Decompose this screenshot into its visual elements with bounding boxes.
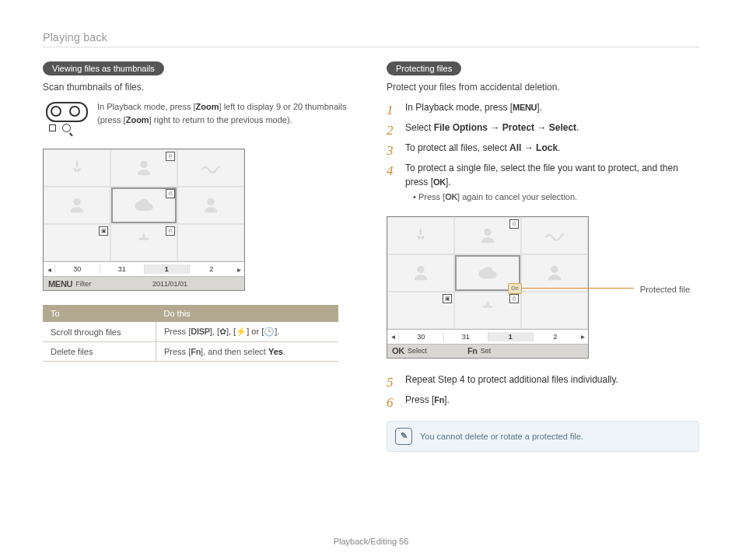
placeholder-cloud-icon <box>477 262 499 284</box>
steps-list-continued: Repeat Step 4 to protect additional file… <box>387 373 699 413</box>
table-header-dothis: Do this <box>156 305 339 322</box>
thumbnail-panel: ⎙ ⎙ ▣ ⎙ ◂ 30 <box>43 149 245 291</box>
page-footer: Playback/Editing 56 <box>0 537 742 546</box>
placeholder-person-icon <box>544 262 565 284</box>
date-cell: 31 <box>100 264 145 274</box>
step-3: To protect all files, select All → Lock. <box>387 141 699 161</box>
print-badge-icon: ⎙ <box>509 219 519 229</box>
date-cell: 2 <box>533 332 578 341</box>
divider <box>43 47 699 47</box>
thumbnail-cell <box>521 292 588 329</box>
set-label: Set <box>481 347 492 355</box>
step-4-sub: Press [OK] again to cancel your selectio… <box>405 189 699 204</box>
menu-key-label: MENU <box>48 279 72 289</box>
zoom-mode-icon <box>62 124 71 132</box>
placeholder-person-icon <box>477 225 499 247</box>
table-row: Scroll through files Press [DISP], [✿], … <box>43 322 338 342</box>
date-cell: 2 <box>189 264 234 274</box>
date-cell: 31 <box>443 332 488 341</box>
note-box: ✎ You cannot delete or rotate a protecte… <box>387 421 699 452</box>
timer-icon: 🕒 <box>264 327 275 336</box>
lock-badge-icon: On <box>508 283 522 294</box>
ok-key-label: OK <box>445 192 457 201</box>
placeholder-cloud-icon <box>133 194 155 216</box>
thumbnail-cell <box>177 187 244 224</box>
placeholder-person-icon <box>410 262 432 284</box>
print-badge-icon: ⎙ <box>509 294 519 303</box>
date-bar: ◂ 30 31 1 2 ▸ <box>44 261 244 276</box>
thumbnail-cell <box>521 254 588 292</box>
section-label: Playback/Editing <box>334 537 397 546</box>
protected-panel-wrap: On Protected file ⎙ <box>387 216 682 359</box>
thumbnail-mode-icon <box>49 124 56 131</box>
right-column: Protecting files Protect your files from… <box>387 61 699 452</box>
date-prev-arrow: ◂ <box>44 265 54 274</box>
section-pill-protecting: Protecting files <box>387 61 461 75</box>
fn-key-label: Fn <box>434 395 444 404</box>
action-desc: Press [DISP], [✿], [⚡] or [🕒]. <box>156 322 339 342</box>
page-title: Playing back <box>43 31 699 44</box>
page-number: 56 <box>399 537 408 546</box>
macro-icon: ✿ <box>219 327 226 336</box>
zoom-rocker-icon <box>43 100 88 135</box>
placeholder-person-icon <box>200 194 222 216</box>
zoom-instruction-text: In Playback mode, press [Zoom] left to d… <box>97 100 355 126</box>
ok-key-label: OK <box>433 177 446 187</box>
video-badge-icon: ▣ <box>443 294 452 303</box>
thumbnail-cell: ▣ <box>387 292 454 329</box>
placeholder-wave-icon <box>544 225 565 247</box>
callout-leader-line <box>517 288 634 289</box>
date-cell-selected: 1 <box>488 332 533 341</box>
text: ] right to return to the previous mode). <box>149 115 292 124</box>
print-badge-icon: ⎙ <box>166 189 175 198</box>
filter-label: Filter <box>75 280 91 288</box>
placeholder-wave-icon <box>200 157 222 179</box>
thumbnail-cell <box>177 224 244 261</box>
select-label: Select <box>408 347 427 355</box>
zoom-key-label: Zoom <box>126 115 149 124</box>
date-next-arrow: ▸ <box>233 265 244 274</box>
thumbnail-cell <box>44 187 110 224</box>
thumbnail-cell <box>521 217 588 254</box>
date-prev-arrow: ◂ <box>387 332 398 341</box>
thumbnail-cell <box>177 149 244 187</box>
thumbnail-cell <box>387 217 454 254</box>
date-cell: 30 <box>54 264 100 274</box>
fn-key-label: Fn <box>467 346 478 355</box>
table-header-to: To <box>43 305 156 322</box>
placeholder-flower-icon <box>477 299 499 321</box>
step-5: Repeat Step 4 to protect additional file… <box>387 373 699 393</box>
zoom-instruction-row: In Playback mode, press [Zoom] left to d… <box>43 100 355 135</box>
thumbnail-cell: ⎙ <box>454 217 521 254</box>
ok-key-label: OK <box>392 346 404 355</box>
note-icon: ✎ <box>395 428 412 445</box>
date-text: 2011/01/01 <box>152 280 187 288</box>
thumbnail-bottom-bar: OKSelect FnSet <box>387 344 588 358</box>
flash-icon: ⚡ <box>236 327 247 336</box>
date-next-arrow: ▸ <box>577 332 588 341</box>
thumbnail-cell: ⎙ <box>110 149 177 187</box>
date-bar: ◂ 30 31 1 2 ▸ <box>387 329 588 344</box>
columns: Viewing files as thumbnails Scan thumbna… <box>43 61 699 452</box>
step-2: Select File Options → Protect → Select. <box>387 121 699 141</box>
text: In Playback mode, press [ <box>97 102 196 111</box>
actions-table: To Do this Scroll through files Press [D… <box>43 305 338 362</box>
protected-file-callout: Protected file <box>640 285 690 294</box>
table-row: Delete files Press [Fn], and then select… <box>43 342 338 362</box>
date-cell-selected: 1 <box>144 264 189 274</box>
placeholder-plant-icon <box>410 225 432 247</box>
placeholder-plant-icon <box>66 157 88 179</box>
disp-key-label: DISP <box>191 327 209 336</box>
action-name: Scroll through files <box>43 322 156 342</box>
left-column: Viewing files as thumbnails Scan thumbna… <box>43 61 355 452</box>
thumbnails-lead: Scan thumbnails of files. <box>43 82 355 93</box>
thumbnail-cell: ▣ <box>44 224 110 261</box>
action-desc: Press [Fn], and then select Yes. <box>156 342 339 362</box>
zoom-key-label: Zoom <box>196 102 219 111</box>
thumbnail-cell: ⎙ <box>454 292 521 329</box>
placeholder-flower-icon <box>133 232 155 254</box>
step-6: Press [Fn]. <box>387 393 699 413</box>
fn-key-label: Fn <box>191 347 201 356</box>
placeholder-person-icon <box>133 157 155 179</box>
video-badge-icon: ▣ <box>99 226 108 236</box>
